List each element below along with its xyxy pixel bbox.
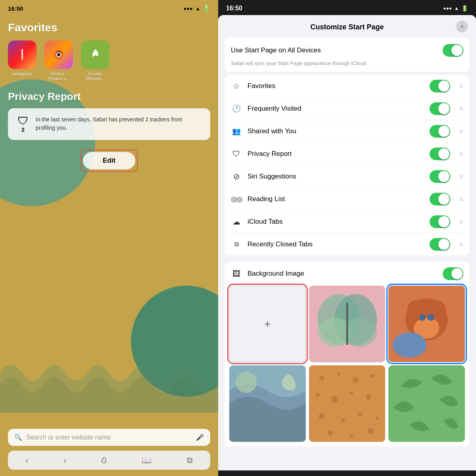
setting-row-privacy-report: 🛡 Privacy Report ≡ xyxy=(225,143,470,165)
left-content: 16:50 ●●● ▲ 🔋 Favorites I Instagram xyxy=(0,0,218,476)
privacy-report-drag-handle[interactable]: ≡ xyxy=(459,150,463,158)
svg-point-23 xyxy=(370,374,375,378)
fav-instagram[interactable]: I Instagram xyxy=(8,40,36,81)
fav-envato-icon xyxy=(81,40,109,69)
privacy-report-toggle[interactable] xyxy=(430,148,450,160)
bg-thumb-bear[interactable] xyxy=(388,286,465,362)
fav-envato[interactable]: EnvatoElement... xyxy=(81,40,109,81)
mic-icon: 🎤 xyxy=(196,434,204,441)
nav-forward-icon[interactable]: › xyxy=(63,456,66,465)
add-icon: + xyxy=(264,318,271,330)
close-icon: × xyxy=(461,23,464,30)
svg-point-27 xyxy=(366,395,371,400)
favorites-title: Favorites xyxy=(8,21,210,34)
nav-back-icon[interactable]: ‹ xyxy=(26,456,29,465)
svg-point-33 xyxy=(349,434,353,437)
bg-thumb-waves[interactable] xyxy=(229,365,306,442)
fav-instagram-label: Instagram xyxy=(13,71,32,76)
background-image-section: 🖼 Background Image + xyxy=(225,262,470,446)
svg-point-24 xyxy=(315,393,320,397)
privacy-report-title: Privacy Report xyxy=(8,90,210,103)
status-icons: ●●● ▲ 🔋 xyxy=(184,5,210,12)
icloud-tabs-label: iCloud Tabs xyxy=(248,218,424,226)
privacy-text: In the last seven days, Safari has preve… xyxy=(36,115,202,132)
customize-panel: Customize Start Page × Use Start Page on… xyxy=(218,15,476,470)
fav-firefox[interactable]: Firefox -Protect y... xyxy=(44,40,73,81)
nav-tabs-icon[interactable]: ⧉ xyxy=(187,456,192,465)
shared-with-you-drag-handle[interactable]: ≡ xyxy=(459,127,463,136)
time-display: 16:50 xyxy=(8,5,23,12)
fav-instagram-icon: I xyxy=(8,40,36,69)
shared-with-you-toggle[interactable] xyxy=(430,125,450,138)
reading-list-toggle[interactable] xyxy=(430,193,450,205)
right-status-icons: ●●● ▲ 🔋 xyxy=(443,5,468,12)
svg-rect-8 xyxy=(346,303,348,345)
bg-header-row: 🖼 Background Image xyxy=(225,262,470,286)
svg-point-16 xyxy=(393,332,427,358)
recently-closed-tabs-label: Recently Closed Tabs xyxy=(248,240,424,248)
right-time-display: 16:50 xyxy=(226,5,242,12)
right-battery-icon: 🔋 xyxy=(461,5,468,12)
icloud-tabs-icon: ☁ xyxy=(231,217,242,226)
shield-icon: 🛡 xyxy=(17,115,29,127)
setting-row-icloud-tabs: ☁ iCloud Tabs ≡ xyxy=(225,211,470,233)
right-phone-wrapper: 16:50 ●●● ▲ 🔋 Customize Start Page × Use… xyxy=(218,0,476,476)
setting-row-siri-suggestions: ⊘ Siri Suggestions ≡ xyxy=(225,165,470,188)
privacy-report-label: Privacy Report xyxy=(248,150,424,158)
svg-point-31 xyxy=(375,416,379,420)
search-placeholder: Search or enter website name xyxy=(26,434,192,441)
setting-row-shared-with-you: 👥 Shared with You ≡ xyxy=(225,120,470,143)
setting-row-reading-list: ◎◎ Reading List ≡ xyxy=(225,188,470,211)
frequently-visited-icon: 🕐 xyxy=(231,104,242,113)
svg-point-29 xyxy=(341,418,345,423)
right-wifi-icon: ▲ xyxy=(454,6,459,11)
svg-point-15 xyxy=(428,314,434,321)
recently-closed-tabs-icon: ⧉ xyxy=(231,241,242,248)
siri-suggestions-drag-handle[interactable]: ≡ xyxy=(459,173,463,181)
siri-suggestions-label: Siri Suggestions xyxy=(248,173,424,180)
bg-thumb-leaves[interactable] xyxy=(388,365,465,442)
privacy-report-section: Privacy Report 🛡 2 In the last seven day… xyxy=(0,90,218,172)
svg-point-32 xyxy=(328,431,333,436)
background-image-label: Background Image xyxy=(248,270,437,278)
signal-icon: ●●● xyxy=(184,6,193,12)
background-image-icon: 🖼 xyxy=(231,269,242,278)
favorites-drag-handle[interactable]: ≡ xyxy=(459,82,463,90)
fav-firefox-icon xyxy=(44,40,73,69)
favorites-label: Favorites xyxy=(248,82,424,90)
phone-top-bar: 16:50 ●●● ▲ 🔋 xyxy=(218,0,476,15)
svg-point-34 xyxy=(367,428,373,434)
background-image-grid: + xyxy=(225,286,470,446)
recently-closed-tabs-drag-handle[interactable]: ≡ xyxy=(459,240,463,249)
fav-firefox-label: Firefox -Protect y... xyxy=(48,71,69,81)
nav-share-icon[interactable]: ⎙ xyxy=(102,456,106,465)
sync-row: Use Start Page on All Devices Safari wil… xyxy=(225,38,470,72)
reading-list-drag-handle[interactable]: ≡ xyxy=(459,195,463,203)
bg-add-button[interactable]: + xyxy=(229,286,306,362)
bg-thumb-dots[interactable] xyxy=(309,365,386,442)
sync-toggle[interactable] xyxy=(443,44,463,57)
sync-label: Use Start Page on All Devices xyxy=(231,46,321,54)
left-panel: 16:50 ●●● ▲ 🔋 Favorites I Instagram xyxy=(0,0,218,476)
background-image-toggle[interactable] xyxy=(443,267,463,280)
close-button[interactable]: × xyxy=(456,21,468,33)
nav-bookmarks-icon[interactable]: 📖 xyxy=(142,455,152,465)
frequently-visited-toggle[interactable] xyxy=(430,102,450,115)
tracker-count: 2 xyxy=(21,127,25,133)
frequently-visited-drag-handle[interactable]: ≡ xyxy=(459,105,463,113)
icloud-tabs-drag-handle[interactable]: ≡ xyxy=(459,218,463,226)
recently-closed-tabs-toggle[interactable] xyxy=(430,238,450,251)
icloud-tabs-toggle[interactable] xyxy=(430,215,450,228)
setting-row-recently-closed-tabs: ⧉ Recently Closed Tabs ≡ xyxy=(225,233,470,255)
siri-suggestions-toggle[interactable] xyxy=(430,170,450,183)
favorites-toggle[interactable] xyxy=(430,80,450,92)
search-icon: 🔍 xyxy=(14,434,22,441)
search-bar[interactable]: 🔍 Search or enter website name 🎤 xyxy=(8,429,210,446)
svg-point-7 xyxy=(343,317,377,347)
svg-point-20 xyxy=(319,376,324,381)
bg-thumb-butterfly[interactable] xyxy=(309,286,386,362)
svg-point-25 xyxy=(331,396,338,403)
svg-point-21 xyxy=(337,372,340,376)
edit-button[interactable]: Edit xyxy=(83,152,135,169)
status-bar: 16:50 ●●● ▲ 🔋 xyxy=(0,0,218,15)
